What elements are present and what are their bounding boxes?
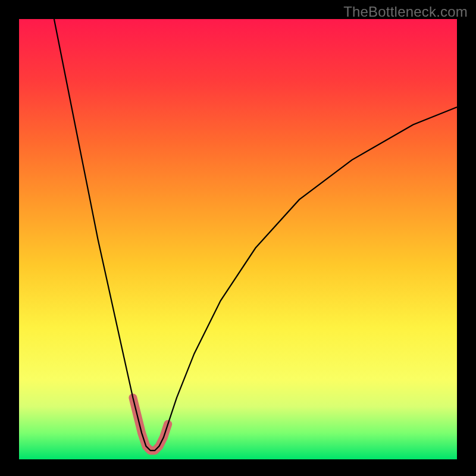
bottleneck-curve [54, 19, 457, 450]
plot-area [19, 19, 457, 459]
curve-layer [19, 19, 457, 459]
watermark-text: TheBottleneck.com [343, 4, 468, 20]
chart-frame: TheBottleneck.com [0, 0, 476, 476]
minimum-highlight [133, 397, 168, 450]
